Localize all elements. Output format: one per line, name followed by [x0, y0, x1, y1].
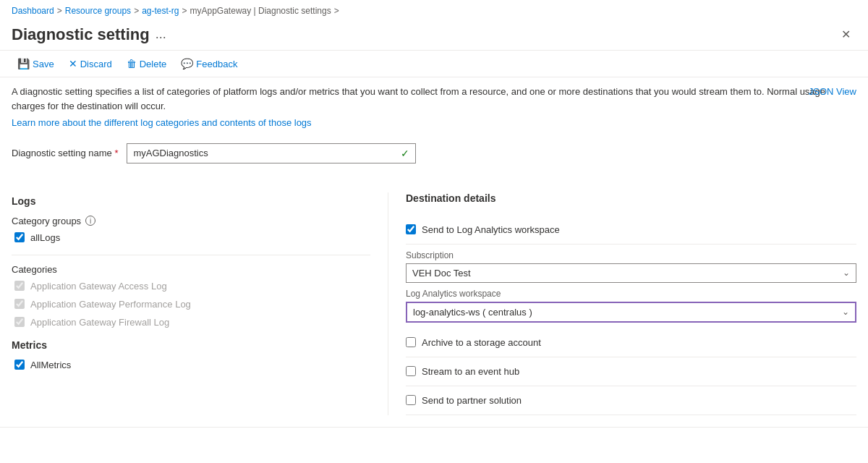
- subscription-dropdown[interactable]: VEH Doc Test ⌄: [406, 263, 856, 283]
- right-panel: Destination details Send to Log Analytic…: [388, 192, 856, 415]
- partner-checkbox[interactable]: [406, 395, 416, 405]
- category-checkbox-2[interactable]: [14, 317, 25, 327]
- dest-log-analytics: Send to Log Analytics workspace Subscrip…: [406, 216, 856, 323]
- logs-divider: [12, 255, 370, 255]
- allMetrics-label: AllMetrics: [30, 360, 71, 370]
- feedback-icon: 💬: [181, 58, 193, 69]
- delete-label: Delete: [140, 59, 167, 69]
- toolbar: 💾 Save ✕ Discard 🗑 Delete 💬 Feedback: [0, 50, 868, 77]
- dest-event-hub-item: Stream to an event hub: [406, 357, 856, 386]
- discard-label: Discard: [80, 59, 112, 69]
- allMetrics-checkbox[interactable]: [14, 360, 25, 370]
- subscription-field: Subscription VEH Doc Test ⌄: [406, 250, 856, 283]
- bottom-bar: [0, 427, 868, 441]
- learn-more-link[interactable]: Learn more about the different log categ…: [12, 117, 312, 128]
- breadcrumb-ag-test-rg[interactable]: ag-test-rg: [142, 6, 179, 16]
- breadcrumb-sep-3: >: [182, 6, 187, 16]
- setting-name-label: Diagnostic setting name *: [12, 148, 118, 158]
- ellipsis-menu[interactable]: ...: [156, 27, 166, 42]
- subscription-dropdown-arrow: ⌄: [843, 268, 850, 278]
- allLogs-label: allLogs: [30, 232, 60, 243]
- required-indicator: *: [114, 148, 118, 158]
- partner-label: Send to partner solution: [422, 395, 522, 406]
- dest-log-analytics-item: Send to Log Analytics workspace: [406, 216, 856, 245]
- workspace-label: Log Analytics workspace: [406, 289, 856, 299]
- dest-partner-item: Send to partner solution: [406, 386, 856, 415]
- left-panel: Logs Category groups i allLogs Categorie…: [12, 192, 388, 415]
- page-title: Diagnostic setting: [12, 25, 150, 44]
- breadcrumb-sep-2: >: [134, 6, 139, 16]
- breadcrumb-resource-groups[interactable]: Resource groups: [65, 6, 131, 16]
- logs-section-title: Logs: [12, 195, 370, 207]
- category-label-0: Application Gateway Access Log: [30, 281, 167, 292]
- category-label-2: Application Gateway Firewall Log: [30, 317, 169, 328]
- close-button[interactable]: ✕: [835, 25, 856, 44]
- delete-icon: 🗑: [127, 58, 137, 69]
- breadcrumb-dashboard[interactable]: Dashboard: [12, 6, 54, 16]
- metrics-section-title: Metrics: [12, 339, 370, 351]
- event-hub-label: Stream to an event hub: [422, 366, 519, 377]
- category-item-1: Application Gateway Performance Log: [12, 299, 370, 310]
- discard-button[interactable]: ✕ Discard: [63, 55, 118, 72]
- header-left: Diagnostic setting ...: [12, 25, 166, 44]
- category-item-2: Application Gateway Firewall Log: [12, 317, 370, 328]
- save-icon: 💾: [17, 58, 30, 69]
- category-checkbox-1[interactable]: [14, 299, 25, 309]
- description-text: A diagnostic setting specifies a list of…: [12, 86, 825, 111]
- info-icon[interactable]: i: [85, 216, 95, 226]
- breadcrumb-sep-4: >: [334, 6, 339, 16]
- feedback-label: Feedback: [196, 59, 237, 69]
- category-groups-section: Category groups i allLogs: [12, 216, 370, 243]
- allLogs-checkbox[interactable]: [14, 232, 25, 242]
- breadcrumb-sep-1: >: [57, 6, 62, 16]
- storage-checkbox[interactable]: [406, 337, 416, 347]
- json-view-link[interactable]: JSON View: [809, 85, 856, 99]
- dest-storage-item: Archive to a storage account: [406, 328, 856, 357]
- main-content: Logs Category groups i allLogs Categorie…: [0, 181, 868, 415]
- workspace-value: log-analytics-ws ( centralus ): [413, 307, 532, 318]
- workspace-dropdown-arrow: ⌄: [842, 307, 849, 317]
- discard-icon: ✕: [69, 58, 77, 69]
- category-label-1: Application Gateway Performance Log: [30, 299, 191, 310]
- subscription-value: VEH Doc Test: [412, 268, 471, 279]
- categories-title: Categories: [12, 264, 370, 275]
- save-button[interactable]: 💾 Save: [12, 55, 60, 72]
- log-analytics-sub-fields: Subscription VEH Doc Test ⌄ Log Analytic…: [406, 250, 856, 323]
- metrics-section: Metrics AllMetrics: [12, 339, 370, 370]
- category-item-0: Application Gateway Access Log: [12, 281, 370, 292]
- save-label: Save: [33, 59, 54, 69]
- storage-label: Archive to a storage account: [422, 337, 541, 348]
- workspace-field: Log Analytics workspace log-analytics-ws…: [406, 289, 856, 323]
- subscription-label: Subscription: [406, 250, 856, 260]
- allLogs-checkbox-item: allLogs: [12, 232, 370, 243]
- setting-name-row: Diagnostic setting name * myAGDiagnostic…: [0, 137, 868, 169]
- breadcrumb: Dashboard > Resource groups > ag-test-rg…: [0, 0, 868, 22]
- setting-name-input[interactable]: myAGDiagnostics ✓: [127, 143, 416, 163]
- validation-checkmark: ✓: [401, 148, 409, 159]
- log-analytics-checkbox[interactable]: [406, 224, 416, 234]
- feedback-button[interactable]: 💬 Feedback: [175, 55, 243, 72]
- destination-title: Destination details: [406, 192, 856, 204]
- description-section: A diagnostic setting specifies a list of…: [0, 77, 868, 137]
- workspace-dropdown[interactable]: log-analytics-ws ( centralus ) ⌄: [406, 302, 856, 323]
- delete-button[interactable]: 🗑 Delete: [121, 55, 173, 72]
- allMetrics-checkbox-item: AllMetrics: [12, 360, 370, 370]
- setting-name-value: myAGDiagnostics: [133, 148, 208, 158]
- event-hub-checkbox[interactable]: [406, 366, 416, 376]
- page-header: Diagnostic setting ... ✕: [0, 22, 868, 50]
- breadcrumb-current: myAppGateway | Diagnostic settings: [190, 6, 331, 16]
- category-checkbox-0[interactable]: [14, 281, 25, 291]
- log-analytics-label: Send to Log Analytics workspace: [422, 224, 560, 235]
- category-groups-label: Category groups i: [12, 216, 370, 226]
